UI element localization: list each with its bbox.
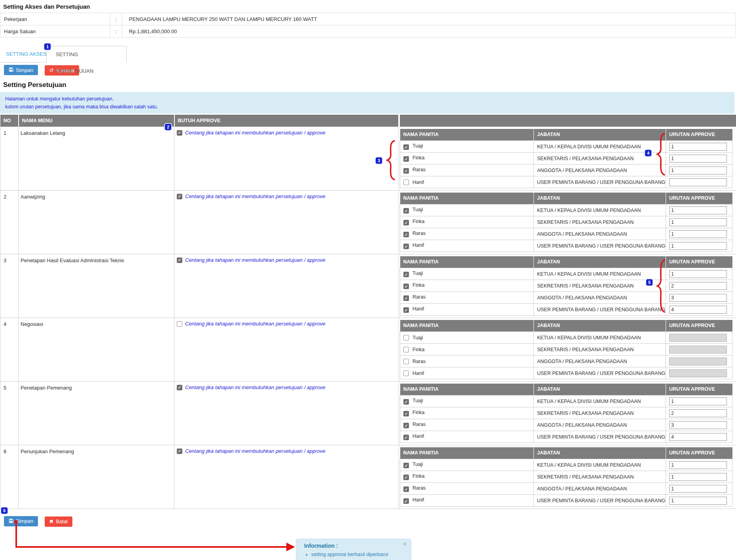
urutan-approve-input[interactable]: [669, 485, 727, 493]
panitia-checkbox[interactable]: [403, 232, 409, 237]
table-row: Tuaji KETUA / KEPALA DIVISI UMUM PENGADA…: [400, 141, 732, 153]
table-row: Tuaji KETUA / KEPALA DIVISI UMUM PENGADA…: [400, 204, 732, 216]
butuh-approve-checkbox[interactable]: [177, 130, 182, 136]
urutan-approve-input[interactable]: [669, 358, 727, 365]
table-row: Finka SEKRETARIS / PELAKSANA PENGADAAN: [400, 280, 732, 292]
urutan-approve-input[interactable]: [669, 433, 727, 441]
annotation-brace-urutan-row3: [656, 259, 666, 313]
jabatan-value: SEKRETARIS / PELAKSANA PENGADAAN: [534, 407, 666, 419]
panitia-checkbox[interactable]: [403, 486, 409, 492]
panitia-name: Tuaji: [412, 271, 423, 276]
panitia-checkbox[interactable]: [403, 498, 409, 504]
menu-name: Laksanakan Lelang: [19, 127, 174, 190]
approve-hint-link[interactable]: Centang jika tahapan ini membutuhkan per…: [185, 384, 325, 390]
panitia-checkbox[interactable]: [403, 347, 409, 352]
panitia-checkbox[interactable]: [403, 180, 409, 185]
urutan-approve-input[interactable]: [669, 206, 727, 214]
urutan-approve-input[interactable]: [669, 397, 727, 405]
menu-name: Aanwijzing: [19, 190, 174, 254]
pekerjaan-value: PENGADAAN LAMPU MERCURY 250 WATT DAN LAM…: [122, 13, 736, 25]
urutan-approve-input[interactable]: [669, 282, 727, 290]
butuh-approve-checkbox[interactable]: [177, 194, 182, 199]
header-panitia-column: [399, 115, 736, 127]
panitia-checkbox[interactable]: [403, 423, 409, 428]
panitia-name: Raras: [412, 231, 426, 236]
row-number: 1: [0, 127, 19, 190]
approve-hint-link[interactable]: Centang jika tahapan ini membutuhkan per…: [185, 448, 325, 454]
urutan-approve-input[interactable]: [669, 409, 727, 417]
tab-setting-persetujuan[interactable]: SETTING PERSETUJUAN: [46, 46, 127, 62]
simpan-bottom-button[interactable]: Simpan: [4, 516, 38, 526]
urutan-approve-input[interactable]: [669, 306, 727, 314]
annotation-arrow-vertical-line: [15, 522, 17, 548]
panitia-checkbox[interactable]: [403, 156, 409, 162]
section-title: Setting Persetujuan: [3, 81, 736, 89]
butuh-approve-checkbox[interactable]: [177, 448, 182, 454]
pekerjaan-label: Pekerjaan: [0, 13, 110, 25]
annotation-badge-3: 3: [376, 157, 382, 164]
annotation-arrow-head: [286, 543, 295, 551]
panitia-checkbox[interactable]: [403, 435, 409, 440]
table-row: Raras ANGGOTA / PELAKSANA PENGADAAN: [400, 165, 732, 176]
table-row: Finka SEKRETARIS / PELAKSANA PENGADAAN: [400, 471, 732, 483]
panitia-checkbox[interactable]: [403, 335, 409, 341]
approve-hint-link[interactable]: Centang jika tahapan ini membutuhkan per…: [185, 321, 325, 327]
urutan-approve-input[interactable]: [669, 155, 727, 163]
urutan-approve-input[interactable]: [669, 421, 727, 429]
table-row: Tuaji KETUA / KEPALA DIVISI UMUM PENGADA…: [400, 395, 732, 407]
panitia-checkbox[interactable]: [403, 295, 409, 301]
panitia-checkbox[interactable]: [403, 244, 409, 249]
header-urutan-approve: URUTAN APPROVE: [666, 320, 732, 332]
panitia-table: NAMA PANITIA JABATAN URUTAN APPROVE Tuaj…: [400, 193, 732, 252]
urutan-approve-input[interactable]: [669, 294, 727, 302]
annotation-badge-2: 2: [165, 124, 171, 130]
panitia-checkbox[interactable]: [403, 144, 409, 150]
harga-satuan-value: Rp.1,881,450,000.00: [122, 25, 736, 38]
approve-hint-link[interactable]: Centang jika tahapan ini membutuhkan per…: [185, 257, 325, 263]
header-no: NO: [0, 115, 19, 127]
table-row: Raras ANGGOTA / PELAKSANA PENGADAAN: [400, 228, 732, 240]
panitia-checkbox[interactable]: [403, 399, 409, 405]
table-row: Finka SEKRETARIS / PELAKSANA PENGADAAN: [400, 216, 732, 228]
panitia-checkbox[interactable]: [403, 284, 409, 289]
urutan-approve-input[interactable]: [669, 270, 727, 278]
urutan-approve-input[interactable]: [669, 473, 727, 481]
butuh-approve-checkbox[interactable]: [177, 385, 182, 390]
urutan-approve-input[interactable]: [669, 166, 727, 174]
urutan-approve-input[interactable]: [669, 143, 727, 151]
close-icon[interactable]: ×: [403, 541, 407, 547]
panitia-checkbox[interactable]: [403, 307, 409, 313]
simpan-label: Simpan: [16, 67, 33, 73]
panitia-checkbox[interactable]: [403, 475, 409, 480]
panitia-checkbox[interactable]: [403, 272, 409, 277]
simpan-label: Simpan: [16, 518, 33, 524]
urutan-approve-input[interactable]: [669, 461, 727, 469]
panitia-table: NAMA PANITIA JABATAN URUTAN APPROVE Tuaj…: [400, 384, 732, 443]
save-icon: [9, 518, 13, 524]
approve-hint-link[interactable]: Centang jika tahapan ini membutuhkan per…: [185, 130, 325, 136]
panitia-checkbox[interactable]: [403, 359, 409, 364]
header-jabatan: JABATAN: [534, 193, 666, 204]
urutan-approve-input[interactable]: [669, 178, 727, 186]
panitia-name: Raras: [412, 167, 426, 172]
approve-hint-link[interactable]: Centang jika tahapan ini membutuhkan per…: [185, 193, 325, 199]
urutan-approve-input[interactable]: [669, 218, 727, 226]
urutan-approve-input[interactable]: [669, 497, 727, 505]
panitia-checkbox[interactable]: [403, 208, 409, 214]
panitia-checkbox[interactable]: [403, 463, 409, 468]
batal-button[interactable]: ✖ Batal: [45, 516, 73, 527]
row-number: 5: [0, 381, 19, 445]
panitia-checkbox[interactable]: [403, 168, 409, 174]
panitia-checkbox[interactable]: [403, 411, 409, 416]
table-row: Finka SEKRETARIS / PELAKSANA PENGADAAN: [400, 344, 732, 356]
panitia-checkbox[interactable]: [403, 371, 409, 376]
urutan-approve-input[interactable]: [669, 230, 727, 238]
panitia-checkbox[interactable]: [403, 220, 409, 225]
urutan-approve-input[interactable]: [669, 242, 727, 250]
butuh-approve-checkbox[interactable]: [177, 257, 182, 263]
butuh-approve-checkbox[interactable]: [177, 321, 182, 327]
urutan-approve-input[interactable]: [669, 346, 727, 354]
urutan-approve-input[interactable]: [669, 334, 727, 342]
urutan-approve-input[interactable]: [669, 369, 727, 377]
simpan-button[interactable]: Simpan: [4, 65, 38, 75]
